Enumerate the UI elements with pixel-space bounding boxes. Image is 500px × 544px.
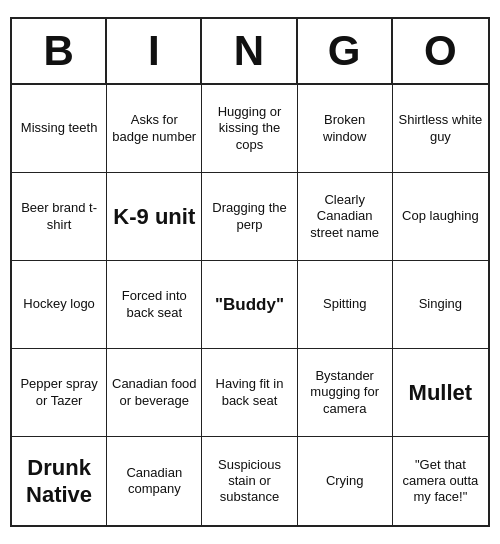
bingo-cell-18: Bystander mugging for camera (298, 349, 393, 437)
bingo-cell-7: Dragging the perp (202, 173, 297, 261)
bingo-cell-1: Asks for badge number (107, 85, 202, 173)
bingo-cell-16: Canadian food or beverage (107, 349, 202, 437)
bingo-cell-12: "Buddy" (202, 261, 297, 349)
bingo-cell-6: K-9 unit (107, 173, 202, 261)
bingo-cell-0: Missing teeth (12, 85, 107, 173)
bingo-cell-22: Suspicious stain or substance (202, 437, 297, 525)
bingo-cell-11: Forced into back seat (107, 261, 202, 349)
bingo-card: BINGO Missing teethAsks for badge number… (10, 17, 490, 527)
bingo-cell-5: Beer brand t-shirt (12, 173, 107, 261)
bingo-cell-4: Shirtless white guy (393, 85, 488, 173)
bingo-cell-13: Spitting (298, 261, 393, 349)
bingo-letter-b: B (12, 19, 107, 83)
bingo-header: BINGO (12, 19, 488, 85)
bingo-cell-8: Clearly Canadian street name (298, 173, 393, 261)
bingo-cell-9: Cop laughing (393, 173, 488, 261)
bingo-cell-3: Broken window (298, 85, 393, 173)
bingo-cell-21: Canadian company (107, 437, 202, 525)
bingo-cell-20: Drunk Native (12, 437, 107, 525)
bingo-cell-24: "Get that camera outta my face!" (393, 437, 488, 525)
bingo-cell-19: Mullet (393, 349, 488, 437)
bingo-cell-15: Pepper spray or Tazer (12, 349, 107, 437)
bingo-cell-23: Crying (298, 437, 393, 525)
bingo-letter-o: O (393, 19, 488, 83)
bingo-cell-2: Hugging or kissing the cops (202, 85, 297, 173)
bingo-cell-17: Having fit in back seat (202, 349, 297, 437)
bingo-grid: Missing teethAsks for badge numberHuggin… (12, 85, 488, 525)
bingo-letter-g: G (298, 19, 393, 83)
bingo-letter-i: I (107, 19, 202, 83)
bingo-cell-10: Hockey logo (12, 261, 107, 349)
bingo-cell-14: Singing (393, 261, 488, 349)
bingo-letter-n: N (202, 19, 297, 83)
